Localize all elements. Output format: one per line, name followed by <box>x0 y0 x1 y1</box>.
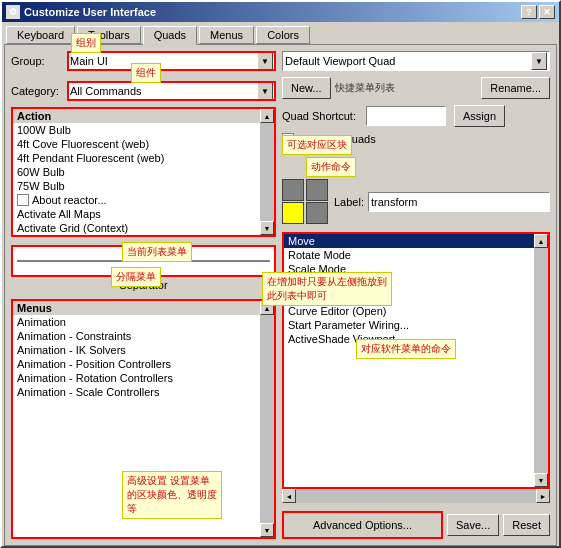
quad-dropdown[interactable]: Default Viewport Quad ▼ <box>282 51 550 71</box>
actions-header: Action <box>13 109 260 123</box>
menu-item-0[interactable]: Animation <box>13 315 260 329</box>
rename-button[interactable]: Rename... <box>481 77 550 99</box>
label-input[interactable] <box>368 192 550 212</box>
color-cell-0[interactable] <box>282 179 304 201</box>
shortcut-label: Quad Shortcut: <box>282 110 362 122</box>
title-bar: ⚙ Customize User Interface ? ✕ <box>2 2 559 22</box>
action-item-5[interactable]: About reactor... <box>13 193 260 207</box>
actions-scroll-down[interactable]: ▼ <box>260 221 274 235</box>
assign-button[interactable]: Assign <box>454 105 505 127</box>
window-title: Customize User Interface <box>24 6 156 18</box>
quad-horiz-scroll[interactable]: ◄ ► <box>282 489 550 503</box>
title-bar-left: ⚙ Customize User Interface <box>6 5 156 19</box>
new-button[interactable]: New... <box>282 77 331 99</box>
menu-item-2[interactable]: Animation - IK Solvers <box>13 343 260 357</box>
quad-list-scrollbar[interactable]: ▲ ▼ <box>534 234 548 487</box>
actions-scroll-track <box>260 123 274 221</box>
group-annotation: 组别 <box>71 33 101 53</box>
action-item-1[interactable]: 4ft Cove Fluorescent (web) <box>13 137 260 151</box>
category-label: Category: <box>11 85 63 97</box>
menu-item-3[interactable]: Animation - Position Controllers <box>13 357 260 371</box>
shortcut-input[interactable] <box>366 106 446 126</box>
current-list-annotation: 当前列表菜单 <box>122 242 192 262</box>
tab-content: Group: Main UI ▼ 组别 Category: All Comman… <box>4 44 557 546</box>
quad-horiz-right[interactable]: ► <box>536 489 550 503</box>
left-panel: Group: Main UI ▼ 组别 Category: All Comman… <box>11 51 276 539</box>
app-icon: ⚙ <box>6 5 20 19</box>
action-item-2[interactable]: 4ft Pendant Fluorescent (web) <box>13 151 260 165</box>
advanced-wrapper: Advanced Options... 高级设置 设置菜单的区块颜色、透明度等 <box>282 511 443 539</box>
group-dropdown[interactable]: Main UI ▼ <box>67 51 276 71</box>
action-item-6[interactable]: Activate All Maps <box>13 207 260 221</box>
reset-button[interactable]: Reset <box>503 514 550 536</box>
color-cell-1[interactable] <box>306 179 328 201</box>
color-cell-2[interactable] <box>282 202 304 224</box>
actions-section: Action 100W Bulb 4ft Cove Fluorescent (w… <box>11 107 276 237</box>
group-label: Group: <box>11 55 63 67</box>
shortcut-list-label: 快捷菜单列表 <box>335 81 395 95</box>
response-area-annotation: 可选对应区块 <box>282 135 352 155</box>
main-area: Group: Main UI ▼ 组别 Category: All Comman… <box>11 51 550 539</box>
color-cell-3[interactable] <box>306 202 328 224</box>
separator-label-row: Separator 分隔菜单 <box>11 279 276 291</box>
group-value: Main UI <box>70 55 108 67</box>
category-dropdown-arrow[interactable]: ▼ <box>257 82 273 100</box>
actions-annotation: 动作命令 <box>306 157 356 177</box>
quad-list-section: Move Rotate Mode Scale Mode Clone Proper… <box>282 232 550 503</box>
close-button[interactable]: ✕ <box>539 5 555 19</box>
group-dropdown-arrow[interactable]: ▼ <box>257 52 273 70</box>
quad-list[interactable]: Move Rotate Mode Scale Mode Clone Proper… <box>282 232 550 489</box>
advanced-button[interactable]: Advanced Options... <box>282 511 443 539</box>
save-button[interactable]: Save... <box>447 514 499 536</box>
actions-listbox-inner: Action 100W Bulb 4ft Cove Fluorescent (w… <box>13 109 260 235</box>
action-item-7[interactable]: Activate Grid (Context) <box>13 221 260 235</box>
label-row: Label: <box>334 192 550 212</box>
actions-listbox[interactable]: Action 100W Bulb 4ft Cove Fluorescent (w… <box>11 107 276 237</box>
add-tip-annotation: 在增加时只要从左侧拖放到此列表中即可 <box>262 272 392 306</box>
actions-scrollbar[interactable]: ▲ ▼ <box>260 109 274 235</box>
help-button[interactable]: ? <box>521 5 537 19</box>
action-item-4[interactable]: 75W Bulb <box>13 179 260 193</box>
quad-dropdown-arrow[interactable]: ▼ <box>531 52 547 70</box>
right-panel: Default Viewport Quad ▼ New... 快捷菜单列表 Re… <box>282 51 550 539</box>
menu-item-5[interactable]: Animation - Scale Controllers <box>13 385 260 399</box>
advanced-annotation: 高级设置 设置菜单的区块颜色、透明度等 <box>122 471 222 519</box>
label-text: Label: <box>334 196 364 208</box>
category-value: All Commands <box>70 85 142 97</box>
category-dropdown[interactable]: All Commands ▼ <box>67 81 276 101</box>
tab-keyboard[interactable]: Keyboard <box>6 26 75 44</box>
menu-item-4[interactable]: Animation - Rotation Controllers <box>13 371 260 385</box>
quad-item-6[interactable]: Start Parameter Wiring... <box>284 318 534 332</box>
quad-scroll-track <box>534 248 548 473</box>
quad-horiz-left[interactable]: ◄ <box>282 489 296 503</box>
action-item-0[interactable]: 100W Bulb <box>13 123 260 137</box>
category-annotation: 组件 <box>131 63 161 83</box>
quad-scroll-up[interactable]: ▲ <box>534 234 548 248</box>
color-grid <box>282 179 328 224</box>
actions-scroll-up[interactable]: ▲ <box>260 109 274 123</box>
new-rename-row: New... 快捷菜单列表 Rename... <box>282 77 550 99</box>
menu-item-1[interactable]: Animation - Constraints <box>13 329 260 343</box>
category-row: Category: All Commands ▼ 组件 <box>11 81 276 101</box>
quad-item-0[interactable]: Move <box>284 234 534 248</box>
tab-quads[interactable]: Quads <box>143 26 197 45</box>
menus-scroll-track <box>260 315 274 523</box>
tab-colors[interactable]: Colors <box>256 26 310 44</box>
quad-horiz-track <box>296 489 536 503</box>
tab-menus[interactable]: Menus <box>199 26 254 44</box>
action-item-3[interactable]: 60W Bulb <box>13 165 260 179</box>
shortcut-row: Quad Shortcut: Assign <box>282 105 550 127</box>
title-buttons: ? ✕ <box>521 5 555 19</box>
quad-item-5[interactable]: Curve Editor (Open) <box>284 304 534 318</box>
menus-annotation: 对应软件菜单的命令 <box>356 339 456 359</box>
quad-dropdown-row: Default Viewport Quad ▼ <box>282 51 550 71</box>
menus-scrollbar[interactable]: ▲ ▼ <box>260 301 274 537</box>
main-window: ⚙ Customize User Interface ? ✕ Keyboard … <box>0 0 561 548</box>
separator-annotation: 分隔菜单 <box>111 267 161 287</box>
menus-header: Menus <box>13 301 260 315</box>
menus-scroll-down[interactable]: ▼ <box>260 523 274 537</box>
quad-item-1[interactable]: Rotate Mode <box>284 248 534 262</box>
colors-row: Label: <box>282 179 550 224</box>
quad-scroll-down[interactable]: ▼ <box>534 473 548 487</box>
bottom-row: Advanced Options... 高级设置 设置菜单的区块颜色、透明度等 … <box>282 511 550 539</box>
